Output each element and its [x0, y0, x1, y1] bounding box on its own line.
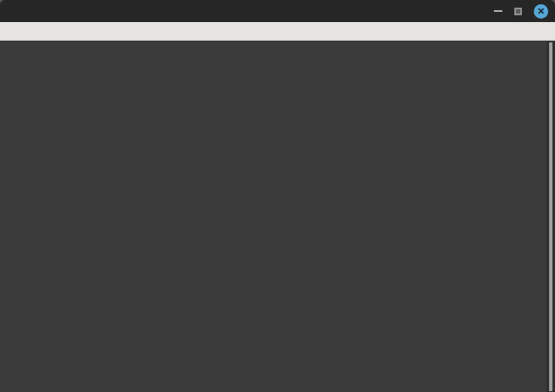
terminal-window: ✕ — [0, 0, 555, 392]
close-button[interactable]: ✕ — [534, 4, 548, 19]
menu-bar — [0, 22, 555, 41]
minimize-button[interactable] — [494, 10, 502, 12]
titlebar[interactable]: ✕ — [0, 0, 555, 22]
maximize-button[interactable] — [514, 8, 522, 15]
blank-line — [7, 48, 547, 63]
function-key-bar — [7, 63, 547, 77]
scrollbar[interactable] — [547, 42, 555, 392]
terminal-screen[interactable] — [0, 42, 547, 392]
scrollbar-thumb[interactable] — [549, 42, 552, 391]
